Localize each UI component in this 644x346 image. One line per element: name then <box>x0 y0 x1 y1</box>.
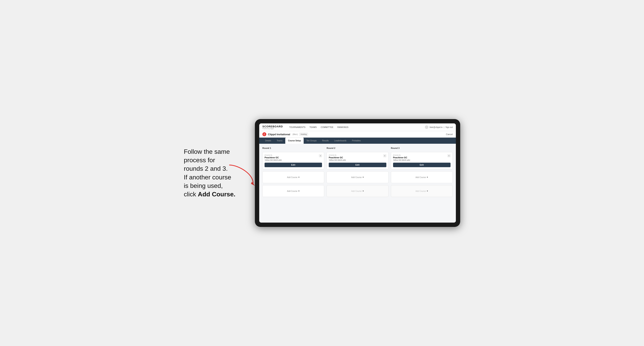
user-email: blair@clippd.io <box>430 126 443 128</box>
cancel-button[interactable]: Cancel <box>446 133 453 136</box>
add-course-plus-r2-1: + <box>362 176 364 179</box>
round-2-column: Round 2 (Course A) Peachtree GC Yellow (… <box>326 147 388 197</box>
logo-sub-text: Powered by clippd <box>262 128 283 129</box>
add-course-plus-r3-1: + <box>427 176 428 179</box>
tab-results[interactable]: Results <box>320 138 332 144</box>
add-course-label-r3-1: Add Course <box>416 176 426 178</box>
round-2-edit-button[interactable]: Edit <box>329 163 386 167</box>
sub-header-left: C Clippd Invitational (Men) Hosting <box>262 132 308 136</box>
round-3-edit-button[interactable]: Edit <box>393 163 450 167</box>
tournament-title: Clippd Invitational <box>268 133 290 136</box>
add-course-plus-r2-2: + <box>362 190 364 192</box>
add-course-label-2: Add Course <box>287 190 298 192</box>
add-course-label-r2-2: Add Course <box>351 190 362 192</box>
instruction-text: Follow the sameprocess forrounds 2 and 3… <box>184 148 243 198</box>
tab-printables[interactable]: Printables <box>349 138 364 144</box>
round-2-add-course-1[interactable]: Add Course + <box>326 171 388 183</box>
course-label-2: (Course A) <box>329 154 346 156</box>
course-info: (Course A) Peachtree GC Yellow (M) (6629… <box>264 154 282 161</box>
round-3-label: Round 3 <box>391 147 453 149</box>
round-1-label: Round 1 <box>262 147 324 149</box>
course-name-3: Peachtree GC <box>393 156 410 159</box>
course-label: (Course A) <box>264 154 282 156</box>
rounds-container: Round 1 (Course A) Peachtree GC Yellow (… <box>262 147 453 197</box>
tab-teams[interactable]: Teams <box>274 138 285 144</box>
round-3-add-course-1[interactable]: Add Course + <box>391 171 453 183</box>
round-2-course-card: (Course A) Peachtree GC Yellow (M) (6629… <box>326 152 388 169</box>
tab-tee-groups[interactable]: Tee Groups <box>304 138 320 144</box>
course-details-3: Yellow (M) (6629 yds) <box>393 159 410 161</box>
round-2-label: Round 2 <box>326 147 388 149</box>
tablet-device: SCOREBOARD Powered by clippd TOURNAMENTS… <box>255 119 460 227</box>
round-3-course-card: (Course A) Peachtree GC Yellow (M) (6629… <box>391 152 453 169</box>
course-name: Peachtree GC <box>264 156 282 159</box>
logo-main-text: SCOREBOARD <box>262 125 283 128</box>
svg-marker-0 <box>251 182 255 186</box>
tab-details[interactable]: Details <box>262 138 274 144</box>
scoreboard-logo: SCOREBOARD Powered by clippd <box>262 125 283 129</box>
round-1-edit-button[interactable]: Edit <box>264 163 322 167</box>
course-info-2: (Course A) Peachtree GC Yellow (M) (6629… <box>329 154 346 161</box>
course-card-header: (Course A) Peachtree GC Yellow (M) (6629… <box>264 154 322 161</box>
sub-header: C Clippd Invitational (Men) Hosting Canc… <box>259 131 456 138</box>
add-course-label-r2-1: Add Course <box>351 176 362 178</box>
course-details: Yellow (M) (6629 yds) <box>264 159 282 161</box>
add-course-label-1: Add Course <box>287 176 298 178</box>
course-card-header-2: (Course A) Peachtree GC Yellow (M) (6629… <box>329 154 386 161</box>
hosting-badge: Hosting <box>299 133 308 136</box>
nav-separator: | <box>444 126 444 128</box>
user-avatar <box>425 125 428 129</box>
top-nav-links: TOURNAMENTS TEAMS COMMITTEE RANKINGS <box>289 126 420 128</box>
round-1-add-course-2[interactable]: Add Course + <box>262 185 324 197</box>
tournament-gender: (Men) <box>292 133 298 136</box>
course-card-header-3: (Course A) Peachtree GC Yellow (M) (6629… <box>393 154 450 161</box>
sign-out-link[interactable]: Sign out <box>446 126 453 128</box>
nav-committee[interactable]: COMMITTEE <box>320 126 334 128</box>
top-navbar: SCOREBOARD Powered by clippd TOURNAMENTS… <box>259 123 456 131</box>
course-label-3: (Course A) <box>393 154 410 156</box>
page-wrapper: Follow the sameprocess forrounds 2 and 3… <box>184 119 460 227</box>
nav-teams[interactable]: TEAMS <box>309 126 317 128</box>
course-info-3: (Course A) Peachtree GC Yellow (M) (6629… <box>393 154 410 161</box>
course-details-2: Yellow (M) (6629 yds) <box>329 159 346 161</box>
nav-tournaments[interactable]: TOURNAMENTS <box>289 126 306 128</box>
round-1-column: Round 1 (Course A) Peachtree GC Yellow (… <box>262 147 324 197</box>
course-card-close-3[interactable]: × <box>447 154 450 157</box>
course-name-2: Peachtree GC <box>329 156 346 159</box>
add-course-plus-1: + <box>298 176 300 179</box>
instruction-bold: Add Course. <box>198 191 235 198</box>
add-course-plus-r3-2: + <box>427 190 428 192</box>
tablet-screen: SCOREBOARD Powered by clippd TOURNAMENTS… <box>259 123 456 223</box>
tab-leaderboards[interactable]: Leaderboards <box>332 138 349 144</box>
add-course-plus-2: + <box>298 190 300 192</box>
nav-rankings[interactable]: RANKINGS <box>338 126 348 128</box>
round-3-column: Round 3 (Course A) Peachtree GC Yellow (… <box>391 147 453 197</box>
course-card-close-2[interactable]: × <box>383 154 386 157</box>
course-card-close[interactable]: × <box>319 154 322 157</box>
tab-course-setup[interactable]: Course Setup <box>285 138 304 144</box>
clippd-logo: C <box>262 132 266 136</box>
tab-bar: Details Teams Course Setup Tee Groups Re… <box>259 138 456 144</box>
round-1-course-card: (Course A) Peachtree GC Yellow (M) (6629… <box>262 152 324 169</box>
round-2-add-course-2: Add Course + <box>326 185 388 197</box>
instruction-line1: Follow the sameprocess forrounds 2 and 3… <box>184 148 235 198</box>
instruction-section: Follow the sameprocess forrounds 2 and 3… <box>184 148 243 198</box>
add-course-label-r3-2: Add Course <box>416 190 426 192</box>
round-1-add-course-1[interactable]: Add Course + <box>262 171 324 183</box>
main-content: Round 1 (Course A) Peachtree GC Yellow (… <box>259 144 456 223</box>
round-3-add-course-2: Add Course + <box>391 185 453 197</box>
top-nav-right: blair@clippd.io | Sign out <box>425 125 453 129</box>
